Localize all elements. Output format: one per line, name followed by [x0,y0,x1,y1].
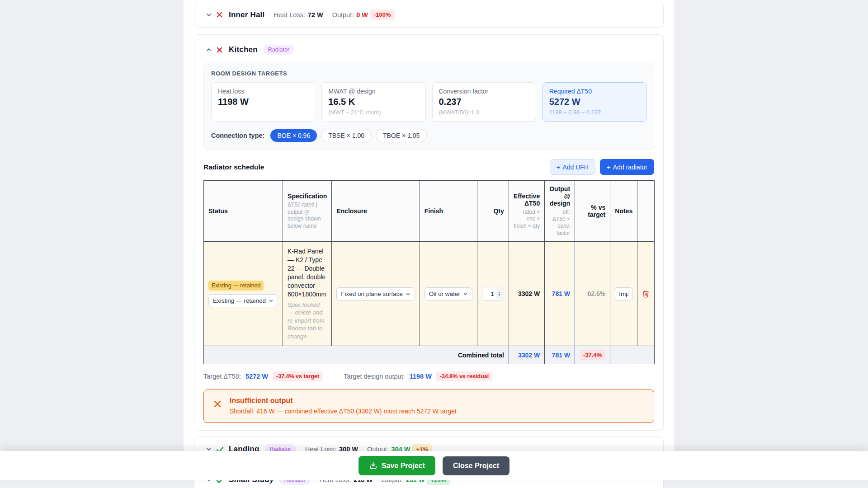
close-project-label: Close Project [453,462,499,469]
enclosure-select[interactable]: Fixed on plane surface [336,287,415,300]
col-enclosure: Enclosure [332,181,420,242]
col-status: Status [204,181,283,242]
close-project-button[interactable]: Close Project [443,456,509,475]
target-output-label: Target design output: [344,373,405,380]
footer-action-bar: Save Project Close Project [0,451,868,480]
output-label: Output: [332,11,354,19]
target-output-badge: -34.8% vs residual [436,371,492,381]
radiator-schedule-table: Status SpecificationΔT50 rated | output … [203,180,655,364]
col-pct-vs-target: % vs target [575,181,610,242]
pct-vs-target-value: 62.6% [588,290,606,297]
total-output-value: 781 W [552,352,570,359]
qty-stepper[interactable]: 1▲▼ [482,287,504,300]
connection-pill-tboe[interactable]: TBOE × 1.05 [376,129,427,142]
target-dt50-badge: -37.4% vs target [273,371,323,381]
metric-sub: (MWAT/50)^1.3 [439,109,529,116]
save-project-button[interactable]: Save Project [359,456,435,475]
col-actions [637,181,655,242]
insufficient-output-alert: Insufficient output Shortfall: 416 W — c… [203,389,654,423]
col-output-design: Output @ designeff. ΔT50 × conv. factor [545,181,575,242]
spec-locked-note: Spec locked — delete and re-import from … [288,301,327,341]
metric-value: 0.237 [439,97,529,107]
metric-card-heat-loss: Heat loss 1198 W [211,82,315,122]
save-project-label: Save Project [382,462,425,470]
target-summary-line: Target ΔT50: 5272 W -37.4% vs target Tar… [203,371,654,381]
metric-card-required-dt50: Required ΔT50 5272 W 1198 ÷ 0.96 ÷ 0.237 [542,82,646,122]
plus-icon: + [607,163,611,171]
room-row-inner-hall: Inner Hall Heat Loss:72 W Output:0 W -10… [194,2,664,28]
room-design-targets: ROOM DESIGN TARGETS Heat loss 1198 W MWA… [203,63,654,150]
radiator-row: Existing — retained Existing — retained … [204,242,655,346]
alert-title: Insufficient output [230,397,457,405]
total-effective-value: 3302 W [518,352,540,359]
fail-x-icon [215,46,229,54]
room-card-kitchen: Kitchen Radiator ROOM DESIGN TARGETS Hea… [194,34,664,431]
col-effective-dt50: Effective ΔT50rated × enc × finish × qty [509,181,544,242]
target-output-value: 1198 W [410,373,432,380]
metric-value: 1198 W [218,97,308,107]
targets-title: ROOM DESIGN TARGETS [211,70,646,77]
metric-label: Heat loss [218,88,308,95]
connection-pill-tbse[interactable]: TBSE × 1.00 [321,129,372,142]
metric-sub: 1198 ÷ 0.96 ÷ 0.237 [549,109,640,116]
delete-radiator-button[interactable] [642,290,650,298]
status-badge: Existing — retained [208,281,264,291]
heat-loss-label: Heat Loss: [274,11,305,19]
alert-x-icon [212,399,223,415]
notes-input[interactable] [615,287,632,300]
metric-card-mwat: MWAT @ design 16.5 K (MWT – 21°C room) [321,82,425,122]
room-name: Inner Hall [229,10,264,19]
chevron-down-icon [406,291,410,296]
finish-select[interactable]: Oil or water [425,287,472,300]
heat-loss-value: 72 W [308,11,323,19]
metric-label: MWAT @ design [328,88,419,95]
target-dt50-value: 5272 W [245,373,268,380]
trash-icon [642,290,650,298]
metric-sub: (MWT – 21°C room) [328,109,419,116]
project-panel: Inner Hall Heat Loss:72 W Output:0 W -10… [184,0,674,480]
metric-value: 16.5 K [328,97,419,107]
add-radiator-label: Add radiator [613,164,647,171]
connection-pill-boe[interactable]: BOE × 0.96 [270,129,317,142]
room-type-badge: Radiator [263,45,294,55]
status-select[interactable]: Existing — retained [208,294,278,307]
metric-label: Conversion factor [439,88,529,95]
total-pct-badge: -37.4% [580,350,605,360]
col-qty: Qty [477,181,509,242]
combined-total-label: Combined total [458,352,504,359]
chevron-down-icon [269,298,274,303]
effective-dt50-value: 3302 W [518,290,540,297]
col-notes: Notes [610,181,637,242]
chevron-down-icon[interactable] [204,10,215,19]
alert-message: Shortfall: 416 W — combined effective ΔT… [230,408,457,415]
output-value: 0 W [356,11,368,19]
metric-label: Required ΔT50 [549,88,640,95]
stepper-arrows-icon[interactable]: ▲▼ [496,288,503,299]
col-finish: Finish [420,181,477,242]
target-dt50-label: Target ΔT50: [203,373,241,380]
delta-badge: -100% [370,9,395,20]
add-ufh-label: Add UFH [562,164,589,171]
connection-type-label: Connection type: [211,132,264,139]
output-design-value: 781 W [552,290,570,297]
chevron-down-icon [463,291,468,296]
plus-icon: + [557,163,561,171]
chevron-up-icon[interactable] [204,45,215,54]
combined-total-row: Combined total 3302 W 781 W -37.4% [204,346,655,364]
spec-name: K-Rad Panel — K2 / Type 22 — Double pane… [288,247,327,298]
radiator-schedule-title: Radiator schedule [203,163,264,171]
add-radiator-button[interactable]: +Add radiator [600,159,654,175]
save-icon [369,461,377,470]
room-name: Kitchen [229,45,258,54]
metric-card-conversion: Conversion factor 0.237 (MWAT/50)^1.3 [432,82,536,122]
fail-x-icon [215,10,229,19]
add-ufh-button[interactable]: +Add UFH [550,159,595,175]
col-specification: SpecificationΔT50 rated | output @ desig… [283,181,332,242]
metric-value: 5272 W [549,97,640,107]
